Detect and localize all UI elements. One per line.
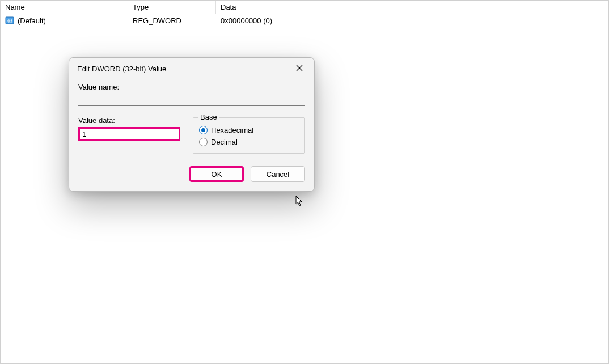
header-type[interactable]: Type [128, 1, 216, 14]
close-button[interactable] [290, 61, 308, 77]
row-data: 0x00000000 (0) [216, 14, 420, 27]
dialog-titlebar[interactable]: Edit DWORD (32-bit) Value [69, 58, 314, 79]
cancel-button[interactable]: Cancel [251, 166, 305, 182]
mouse-cursor-icon [295, 196, 303, 207]
dialog-title: Edit DWORD (32-bit) Value [77, 65, 166, 73]
radio-hexadecimal[interactable]: Hexadecimal [199, 126, 299, 134]
base-legend: Base [198, 113, 219, 121]
value-data-input[interactable] [78, 127, 180, 141]
radio-icon [199, 138, 208, 146]
table-header: Name Type Data [1, 1, 608, 14]
value-data-label: Value data: [78, 116, 180, 125]
base-group: Base Hexadecimal Decimal [193, 117, 305, 154]
ok-button[interactable]: OK [189, 166, 244, 182]
radio-decimal[interactable]: Decimal [199, 138, 299, 146]
header-data[interactable]: Data [216, 1, 420, 14]
row-name: (Default) [18, 16, 46, 25]
close-icon [296, 64, 303, 74]
registry-dword-icon: 011 110 [5, 16, 14, 25]
svg-text:110: 110 [7, 20, 12, 24]
registry-value-list: Name Type Data 011 110 (Default) REG_DWO… [1, 1, 608, 27]
header-name[interactable]: Name [1, 1, 128, 14]
value-name-input[interactable] [78, 94, 305, 106]
radio-dec-label: Decimal [211, 138, 238, 146]
row-type: REG_DWORD [128, 14, 216, 27]
table-row[interactable]: 011 110 (Default) REG_DWORD 0x00000000 (… [1, 14, 608, 27]
radio-hex-label: Hexadecimal [211, 126, 253, 134]
edit-dword-dialog: Edit DWORD (32-bit) Value Value name: Va… [69, 57, 315, 192]
value-name-label: Value name: [78, 83, 305, 91]
radio-icon [199, 126, 208, 134]
